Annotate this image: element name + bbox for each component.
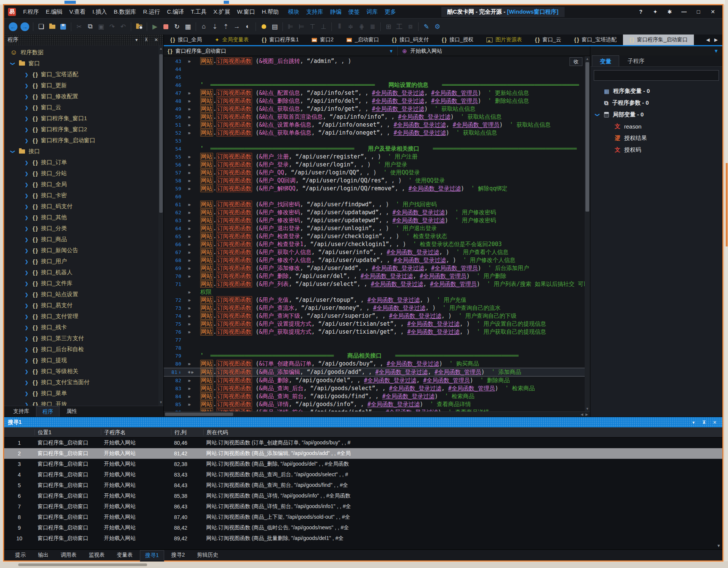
menu-item-plugin[interactable]: 模块 [285,8,303,16]
tree-item[interactable]: ❯{ }接口_后台和自检 [4,344,163,355]
tree-group[interactable]: ❯窗口 [4,58,163,69]
copy-icon[interactable]: ⧉ [85,22,95,32]
tree-item[interactable]: ❯{ }接口_第三方支付 [4,333,163,344]
tree-item[interactable]: ❯{ }接口_订单 [4,157,163,168]
document-tab[interactable]: 窗口2 [305,35,340,45]
scrollbar-thumb[interactable] [165,413,233,416]
find-in-files-icon[interactable] [134,22,144,32]
h-center-icon[interactable]: ⫴ [334,22,345,32]
search-result-row[interactable]: 7窗口程序集_启动窗口开始载入网站86,43网站.订阅视图函数 (商品_详情_前… [4,501,722,512]
subroutine-selector[interactable]: ⊕ 开始载入网站 [398,46,590,56]
v-space-icon[interactable]: ≣ [367,22,378,32]
tree-item[interactable]: ❯{ }窗口程序集_窗口1 [4,113,163,124]
component-toolbox-icon[interactable]: ⚙ [432,22,442,32]
menu-item[interactable]: C.编译 [163,8,187,16]
cut-icon[interactable]: ✂ [74,22,84,32]
code-line[interactable]: 75»网站.订阅视图函数 (&用户_设置提现方式, “/api/user/tix… [164,320,585,328]
code-line[interactable]: 45 [164,73,585,81]
scroll-down-icon[interactable]: ▼ [717,543,721,548]
stop-icon[interactable] [161,22,171,32]
skin-icon[interactable]: ✦ [650,7,661,16]
code-line[interactable]: 50»网站.订阅视图函数 (&站点_获取首页渲染信息, “/api/info/i… [164,113,585,121]
pin-icon[interactable]: ⊼ [143,36,150,43]
code-line[interactable]: 69»网站.订阅视图函数 (&用户_添加修改, “/api/user/add”,… [164,264,585,272]
tree-item[interactable]: ❯{ }接口_码支付 [4,201,163,212]
code-line[interactable]: 43»网站.订阅视图函数 (&视图_后台跳转, “/admin”, , ) [164,57,585,65]
pin-icon[interactable]: ⊼ [700,419,708,426]
code-line[interactable]: 86»网站.订阅视图函数 (&商品_详情_前台, “/api/goods/inf… [164,408,585,411]
scroll-up-icon[interactable]: ▲ [586,56,589,61]
tree-item[interactable]: ❯{ }窗口_云 [4,102,163,113]
code-line[interactable]: 44 [164,65,585,73]
variable-item[interactable]: ▦程序集变量 - 0 [590,85,722,97]
code-line[interactable]: 47»网站.订阅视图函数 (&站点_配置信息, “/api/info/set”,… [164,89,585,97]
code-line[interactable]: 57»网站.订阅视图函数 (&用户_QQ, “/api/user/login/Q… [164,169,585,177]
search-result-row[interactable]: 5窗口程序集_启动窗口开始载入网站84,43网站.订阅视图函数 (商品_查询_前… [4,480,722,491]
scope-selector[interactable]: { } 窗口程序集_启动窗口 ▼ [164,46,398,56]
code-line[interactable]: 55»网站.订阅视图函数 (&用户_注册, “/api/user/registe… [164,153,585,161]
breakpoint-icon[interactable]: ◐ [243,22,253,32]
code-line[interactable]: 84»网站.订阅视图函数 (&商品_查询_前台, “/api/goods/fin… [164,392,585,400]
program-tree-scrollbar[interactable]: ▲ ▼ [158,45,163,406]
code-line[interactable]: 73»网站.订阅视图函数 (&用户_查流水, “/api/user/money”… [164,304,585,312]
menu-item[interactable]: I.插入 [89,8,110,16]
search-result-row[interactable]: 10窗口程序集_启动窗口开始载入网站89,42网站.订阅视图函数 (商品_批量删… [4,533,722,544]
scroll-down-icon[interactable]: ▼ [586,406,589,411]
code-line[interactable]: 76»网站.订阅视图函数 (&用户_获取提现方式, “/api/user/tix… [164,328,585,336]
code-line[interactable]: 46' ════════════════════════════════════… [164,81,585,89]
code-editor[interactable]: 43»网站.订阅视图函数 (&视图_后台跳转, “/admin”, , )444… [164,56,590,411]
tree-item[interactable]: ❯{ }接口_菜单 [4,388,163,399]
bottom-tab-提示[interactable]: 提示 [10,550,31,560]
locate-icon[interactable]: ⌂ [199,22,209,32]
variable-filter-input[interactable] [594,70,719,81]
code-line[interactable]: 78 [164,344,585,352]
variable-item[interactable]: ⧉子程序参数 - 0 [590,97,722,109]
undo-icon[interactable]: ↶ [118,22,128,32]
document-tab[interactable]: 图片资源表 [480,35,529,45]
menu-item[interactable]: X.扩展 [210,8,234,16]
search-result-row[interactable]: 1窗口程序集_启动窗口开始载入网站80,46网站.订阅视图函数 (订单_创建商品… [4,438,722,448]
document-tab[interactable]: { }窗口程序集_启动窗口 [623,35,694,45]
same-width-icon[interactable]: ⊞ [383,22,394,32]
menu-item[interactable]: H.帮助 [259,8,282,16]
tree-item[interactable]: ❯{ }接口_分站 [4,168,163,179]
code-line[interactable]: 53 [164,137,585,145]
tree-item[interactable]: ❯{ }接口_开放 [4,399,163,406]
code-line[interactable]: 49»网站.订阅视图函数 (&站点_获取信息, “/api/info/get”,… [164,105,585,113]
document-tab[interactable]: { }窗口_云 [529,35,568,45]
document-tab[interactable]: ✦全局变量表 [209,35,256,45]
search-result-row[interactable]: 3窗口程序集_启动窗口开始载入网站82,38网站.订阅视图函数 (商品_删除, … [4,459,722,469]
bottom-tab-搜寻2[interactable]: 搜寻2 [166,550,190,560]
bottom-tab-搜寻1[interactable]: 搜寻1 [140,550,164,562]
restart-icon[interactable]: ↻ [172,22,182,32]
code-line[interactable]: 59»网站.订阅视图函数 (&用户_解绑QQ, “/api/user/login… [164,185,585,193]
document-tab[interactable]: { }窗口程序集1 [255,35,305,45]
nav-forward-icon[interactable]: → [20,22,29,31]
document-tab[interactable]: { }窗口_宝塔适配 [568,35,623,45]
menu-item[interactable]: T.工具 [187,8,210,16]
tree-group[interactable]: ❯接口 [4,146,163,157]
document-tab[interactable]: { }接口_授权 [435,35,480,45]
code-line[interactable]: 58»网站.订阅视图函数 (&用户_QQ回调, “/api/user/login… [164,177,585,185]
code-line[interactable]: 64»网站.订阅视图函数 (&用户_退出登录, “/api/user/unlog… [164,224,585,232]
tree-item[interactable]: ❯{ }接口_全局 [4,179,163,190]
tree-item[interactable]: ❯{ }窗口程序集_窗口2 [4,124,163,135]
format-brush-icon[interactable]: ✎ [421,22,431,32]
tree-item[interactable]: ❯{ }窗口_更新 [4,80,163,91]
bottom-tab-输出[interactable]: 输出 [33,550,53,560]
code-line[interactable]: 52»网站.订阅视图函数 (&站点_获取单条信息, “/api/info/one… [164,129,585,137]
search-result-row[interactable]: 2窗口程序集_启动窗口开始载入网站81,42网站.订阅视图函数 (商品_添加编辑… [4,448,722,459]
step-out-icon[interactable]: → [232,22,242,32]
code-line[interactable]: 66»网站.订阅视图函数 (&用户_检查登录1, “/api/user/chec… [164,240,585,248]
tree-item[interactable]: ❯{ }接口_提现 [4,355,163,366]
code-line[interactable]: 62»网站.订阅视图函数 (&用户_修改密码, “/api/user/updat… [164,209,585,217]
tree-item[interactable]: ❯{ }接口_新闻公告 [4,245,163,256]
chevron-down-icon[interactable]: ▼ [389,49,394,54]
compile-icon[interactable]: ▦ [183,22,193,32]
code-line[interactable]: 67»网站.订阅视图函数 (&用户_获取个人信息, “/api/user/inf… [164,248,585,256]
scroll-right-icon[interactable]: ▶ [585,413,588,416]
step-over-icon[interactable]: ⇡ [221,22,231,32]
tree-item[interactable]: ❯{ }接口_卡密 [4,190,163,201]
minimize-icon[interactable]: — [678,7,690,16]
code-line[interactable]: 70»网站.订阅视图函数 (&用户_删除, “/api/user/del”, ,… [164,272,585,280]
